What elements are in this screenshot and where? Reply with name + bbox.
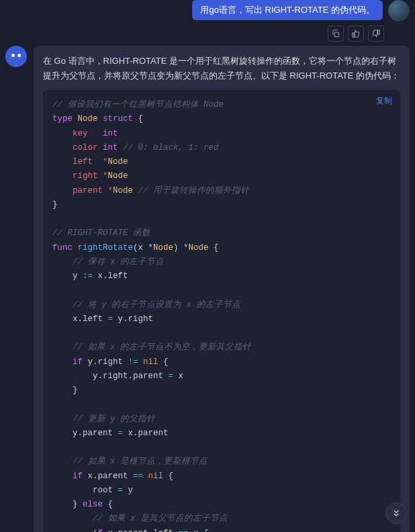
thumbs-down-button[interactable] bbox=[368, 26, 384, 42]
user-avatar bbox=[388, 0, 410, 21]
scroll-to-bottom-button[interactable] bbox=[385, 502, 407, 524]
copy-button[interactable] bbox=[328, 26, 344, 42]
thumbs-up-button[interactable] bbox=[348, 26, 364, 42]
assistant-intro-text: 在 Go 语言中，RIGHT-ROTATE 是一个用于红黑树旋转操作的函数，它将… bbox=[43, 54, 400, 83]
message-actions bbox=[0, 21, 415, 46]
code-content: // 假设我们有一个红黑树节点结构体 Node type Node struct… bbox=[52, 98, 391, 532]
copy-icon bbox=[331, 29, 340, 38]
code-block: 复制 // 假设我们有一个红黑树节点结构体 Node type Node str… bbox=[43, 90, 400, 532]
thumbs-up-icon bbox=[351, 29, 361, 38]
copy-code-button[interactable]: 复制 bbox=[376, 95, 392, 107]
thumbs-down-icon bbox=[371, 29, 381, 38]
svg-rect-0 bbox=[334, 32, 338, 36]
assistant-avatar bbox=[5, 46, 27, 67]
assistant-message: 在 Go 语言中，RIGHT-ROTATE 是一个用于红黑树旋转操作的函数，它将… bbox=[34, 46, 410, 532]
chevron-double-down-icon bbox=[391, 508, 402, 519]
user-message: 用go语言，写出 RIGHT-ROTATE 的伪代码。 bbox=[192, 0, 383, 20]
